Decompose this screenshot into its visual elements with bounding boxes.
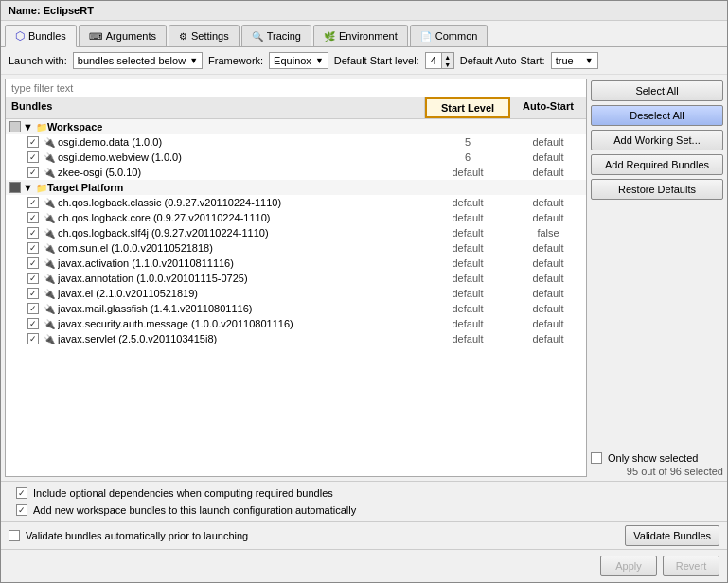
plugin-icon: 🔌 <box>44 274 55 284</box>
bundle-tab-icon: ⬡ <box>15 29 25 43</box>
workspace-folder-icon: 📁 <box>36 122 47 132</box>
auto-start-dropdown[interactable]: true ▼ <box>551 52 598 69</box>
auto-start-cell: default <box>510 135 586 149</box>
auto-start-cell: default <box>510 317 586 330</box>
list-item: 🔌 ch.qos.logback.slf4j (0.9.27.v20110224… <box>6 225 586 240</box>
target-group-name: Target Platform <box>47 182 123 193</box>
launch-with-dropdown[interactable]: bundles selected below ▼ <box>73 52 203 69</box>
start-level-cell: default <box>425 256 510 270</box>
tab-tracing[interactable]: 🔍 Tracing <box>241 25 311 46</box>
auto-start-value: true <box>556 55 574 66</box>
new-workspace-checkbox[interactable] <box>16 504 27 516</box>
plugin-icon: 🔌 <box>44 319 55 329</box>
auto-start-cell: false <box>510 226 586 239</box>
tab-common[interactable]: 📄 Common <box>410 25 488 46</box>
bundles-header: Bundles Start Level Auto-Start <box>6 97 586 119</box>
tab-bundles[interactable]: ⬡ Bundles <box>5 25 77 47</box>
item-checkbox[interactable] <box>27 212 39 223</box>
validate-checkbox[interactable] <box>9 530 20 541</box>
framework-dropdown[interactable]: Equinox ▼ <box>269 52 328 69</box>
item-checkbox[interactable] <box>27 151 39 163</box>
target-expand-icon[interactable]: ▼ <box>23 182 33 193</box>
auto-start-cell: default <box>510 256 586 270</box>
only-show-checkbox[interactable] <box>591 452 602 464</box>
main-content: Bundles Start Level Auto-Start ▼ 📁 Works… <box>1 75 727 481</box>
restore-defaults-button[interactable]: Restore Defaults <box>591 179 723 200</box>
footer-buttons: Apply Revert <box>1 549 727 582</box>
auto-start-cell: default <box>510 150 586 164</box>
bundle-name: zkee-osgi (5.0.10) <box>58 167 141 178</box>
add-required-bundles-button[interactable]: Add Required Bundles <box>591 154 723 175</box>
env-tab-icon: 🌿 <box>324 31 335 42</box>
start-level-input[interactable]: 4 ▲ ▼ <box>425 52 454 69</box>
auto-start-arrow-icon: ▼ <box>585 56 594 65</box>
item-checkbox[interactable] <box>27 303 39 314</box>
plugin-icon: 🔌 <box>44 198 55 208</box>
revert-button[interactable]: Revert <box>663 556 719 576</box>
tab-environment[interactable]: 🌿 Environment <box>313 25 408 46</box>
tab-arguments[interactable]: ⌨ Arguments <box>79 25 167 46</box>
tabs-bar: ⬡ Bundles ⌨ Arguments ⚙ Settings 🔍 Traci… <box>1 21 727 47</box>
workspace-group-header: ▼ 📁 Workspace <box>6 119 586 134</box>
start-level-down-button[interactable]: ▼ <box>442 61 453 68</box>
start-level-spinner[interactable]: ▲ ▼ <box>441 53 453 68</box>
auto-start-cell: default <box>510 332 586 345</box>
start-level-cell: 5 <box>425 135 510 149</box>
start-level-cell: default <box>425 241 510 255</box>
select-all-button[interactable]: Select All <box>591 80 723 101</box>
selected-count: 95 out of 96 selected <box>591 466 723 477</box>
validate-checkbox-row: Validate bundles automatically prior to … <box>9 530 248 541</box>
bundle-name: osgi.demo.webview (1.0.0) <box>58 151 182 163</box>
item-checkbox[interactable] <box>27 318 39 329</box>
target-checkbox[interactable] <box>9 182 21 193</box>
bundles-list: ▼ 📁 Workspace 🔌 osgi.demo.data (1.0.0) 5… <box>6 119 586 476</box>
item-checkbox[interactable] <box>27 227 39 238</box>
optional-deps-label: Include optional dependencies when compu… <box>33 487 333 499</box>
bundle-name-cell: 🔌 javax.activation (1.1.0.v20110811116) <box>6 256 425 270</box>
tab-bundles-label: Bundles <box>28 30 66 42</box>
start-level-cell: default <box>425 196 510 209</box>
workspace-expand-icon[interactable]: ▼ <box>23 121 33 132</box>
start-level-cell: 6 <box>425 150 510 164</box>
workspace-checkbox[interactable] <box>9 121 21 132</box>
start-level-up-button[interactable]: ▲ <box>442 53 453 61</box>
item-checkbox[interactable] <box>27 273 39 284</box>
title-bar: Name: EclipseRT <box>1 1 727 21</box>
tab-tracing-label: Tracing <box>267 30 301 42</box>
only-show-row: Only show selected <box>591 452 723 464</box>
bundle-name: javax.servlet (2.5.0.v201103415i8) <box>58 333 217 344</box>
item-checkbox[interactable] <box>27 257 39 269</box>
add-working-set-button[interactable]: Add Working Set... <box>591 130 723 150</box>
item-checkbox[interactable] <box>27 197 39 208</box>
launch-bar: Launch with: bundles selected below ▼ Fr… <box>1 47 727 75</box>
filter-input[interactable] <box>6 80 586 97</box>
args-tab-icon: ⌨ <box>89 31 102 42</box>
right-panel-bottom: Only show selected 95 out of 96 selected <box>591 452 723 477</box>
tab-common-label: Common <box>435 30 478 42</box>
framework-label: Framework: <box>208 55 263 66</box>
target-folder-icon: 📁 <box>36 183 47 193</box>
dialog-title: Name: EclipseRT <box>9 5 94 16</box>
tab-arguments-label: Arguments <box>106 30 156 42</box>
item-checkbox[interactable] <box>27 288 39 299</box>
item-checkbox[interactable] <box>27 167 39 178</box>
item-checkbox[interactable] <box>27 333 39 344</box>
tab-settings[interactable]: ⚙ Settings <box>169 25 240 46</box>
optional-deps-checkbox[interactable] <box>16 487 27 499</box>
new-workspace-label: Add new workspace bundles to this launch… <box>33 504 356 516</box>
item-checkbox[interactable] <box>27 136 39 148</box>
auto-start-cell: default <box>510 272 586 285</box>
bundle-name-cell: 🔌 javax.servlet (2.5.0.v201103415i8) <box>6 332 425 345</box>
bundle-name: ch.qos.logback.classic (0.9.27.v20110224… <box>58 197 281 208</box>
apply-button[interactable]: Apply <box>600 556 657 576</box>
start-level-cell: default <box>425 226 510 239</box>
list-item: 🔌 osgi.demo.webview (1.0.0) 6 default <box>6 150 586 165</box>
item-checkbox[interactable] <box>27 242 39 254</box>
deselect-all-button[interactable]: Deselect All <box>591 105 723 126</box>
bundle-name: ch.qos.logback.core (0.9.27.v20110224-11… <box>58 212 270 223</box>
tab-settings-label: Settings <box>191 30 229 42</box>
list-item: 🔌 javax.activation (1.1.0.v20110811116) … <box>6 256 586 271</box>
bundle-name-cell: 🔌 com.sun.el (1.0.0.v20110521818) <box>6 241 425 255</box>
bundle-name-cell: 🔌 osgi.demo.data (1.0.0) <box>6 135 425 149</box>
validate-bundles-button[interactable]: Validate Bundles <box>625 525 719 546</box>
